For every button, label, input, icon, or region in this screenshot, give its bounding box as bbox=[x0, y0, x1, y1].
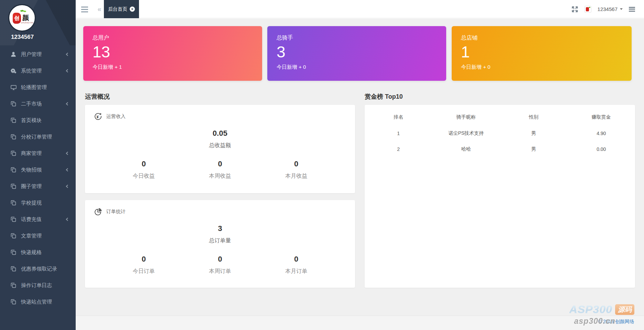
metric-value: 0 bbox=[182, 255, 258, 264]
sidebar-item-label: 轮播图管理 bbox=[21, 84, 47, 91]
sidebar-item-order-log[interactable]: 操作订单日志 bbox=[0, 277, 76, 294]
sidebar-item-circle-mgmt[interactable]: 圈子管理 bbox=[0, 178, 76, 195]
sidebar-item-label: 优惠券领取记录 bbox=[21, 266, 57, 272]
money-circle-icon: ¥ bbox=[94, 112, 102, 121]
orders-total-value: 3 bbox=[85, 224, 355, 233]
user-icon bbox=[10, 52, 17, 57]
watermark-domain: asp300.cn bbox=[574, 317, 615, 326]
sidebar-item-label: 系统管理 bbox=[21, 68, 42, 74]
income-total-label: 总收益额 bbox=[85, 142, 355, 149]
cell-nickname: 哈哈 bbox=[432, 141, 500, 157]
topbar-actions: 1234567 bbox=[571, 0, 644, 18]
watermark-brand-row: ASP300 源码 bbox=[569, 303, 634, 316]
stat-card-total-shops: 总店铺 1 今日新增 + 0 bbox=[452, 26, 632, 81]
metric-label: 本月收益 bbox=[258, 173, 334, 180]
sidebar-item-label: 用户管理 bbox=[21, 51, 42, 58]
chevron-left-icon bbox=[66, 53, 69, 56]
tabs-scroll-left-button[interactable]: « bbox=[94, 4, 105, 14]
copy-icon bbox=[10, 200, 17, 206]
sidebar-item-secondhand-market[interactable]: 二手市场 bbox=[0, 96, 76, 112]
chevron-left-icon bbox=[66, 69, 69, 73]
bounty-panel: 排名 骑手昵称 性别 赚取赏金 1 诺尘PS技术支持 男 4.90 2 bbox=[365, 105, 635, 288]
metric-value: 0 bbox=[106, 160, 182, 168]
brand-logo: 创 颜 CHUANGYAN bbox=[8, 4, 36, 32]
sidebar-item-label: 首页模块 bbox=[21, 117, 42, 124]
copy-icon bbox=[10, 167, 17, 173]
chevron-left-icon bbox=[66, 218, 69, 221]
bounty-table-header-row: 排名 骑手昵称 性别 赚取赏金 bbox=[365, 109, 635, 125]
metric-label: 今日收益 bbox=[106, 173, 182, 180]
table-row: 1 诺尘PS技术支持 男 4.90 bbox=[365, 125, 635, 141]
stat-subtext: 今日新增 + 0 bbox=[277, 64, 437, 70]
topbar: « 后台首页 × 1234567 bbox=[76, 0, 644, 18]
gears-icon bbox=[10, 68, 17, 74]
stat-card-total-riders: 总骑手 3 今日新增 + 0 bbox=[267, 26, 446, 81]
sidebar-item-label: 商家管理 bbox=[21, 150, 42, 157]
cell-bounty: 4.90 bbox=[568, 125, 635, 141]
copy-icon bbox=[10, 283, 17, 288]
metric-value: 0 bbox=[258, 255, 334, 264]
cell-bounty: 0.00 bbox=[568, 141, 635, 157]
sidebar-item-express-station[interactable]: 快递站点管理 bbox=[0, 294, 76, 310]
sidebar-item-branch-orders[interactable]: 分校订单管理 bbox=[0, 129, 76, 145]
sidebar-item-express-spec[interactable]: 快递规格 bbox=[0, 244, 76, 261]
income-total: 0.05 总收益额 bbox=[85, 129, 355, 149]
sidebar-item-carousel-mgmt[interactable]: 轮播图管理 bbox=[0, 79, 76, 96]
leaf-icon bbox=[23, 10, 26, 12]
main-content: 总用户 13 今日新增 + 1 总骑手 3 今日新增 + 0 总店铺 1 今日新… bbox=[76, 19, 644, 330]
stat-value: 13 bbox=[93, 43, 253, 61]
col-header-rank: 排名 bbox=[365, 109, 432, 125]
sidebar-toggle-button[interactable] bbox=[79, 5, 92, 14]
sidebar-item-phone-topup[interactable]: 话费充值 bbox=[0, 211, 76, 228]
stat-subtext: 今日新增 + 1 bbox=[93, 64, 253, 70]
sidebar-item-label: 学校提现 bbox=[21, 200, 42, 206]
operations-heading: 运营概况 bbox=[85, 92, 110, 101]
user-avatar[interactable] bbox=[584, 6, 591, 13]
sidebar-item-label: 话费充值 bbox=[21, 216, 42, 223]
message-list-icon[interactable] bbox=[629, 7, 635, 12]
sidebar-item-school-withdraw[interactable]: 学校提现 bbox=[0, 195, 76, 211]
sidebar-item-system-mgmt[interactable]: 系统管理 bbox=[0, 63, 76, 79]
copy-icon bbox=[10, 217, 17, 222]
sidebar-item-merchant-mgmt[interactable]: 商家管理 bbox=[0, 145, 76, 162]
sidebar-item-article-mgmt[interactable]: 文章管理 bbox=[0, 228, 76, 244]
orders-total: 3 总订单量 bbox=[85, 224, 355, 244]
income-total-value: 0.05 bbox=[85, 129, 355, 138]
chevron-left-icon bbox=[66, 185, 69, 188]
income-metrics: 0 今日收益 0 本周收益 0 本月收益 bbox=[85, 160, 355, 180]
col-header-gender: 性别 bbox=[500, 109, 568, 125]
col-header-bounty: 赚取赏金 bbox=[568, 109, 635, 125]
tab-dashboard-home[interactable]: 后台首页 × bbox=[104, 0, 139, 18]
sidebar-item-coupon-claims[interactable]: 优惠券领取记录 bbox=[0, 261, 76, 277]
metric-label: 本周收益 bbox=[182, 173, 258, 180]
chevron-down-icon bbox=[620, 8, 623, 10]
footer-area bbox=[76, 316, 644, 330]
orders-panel-label: 订单统计 bbox=[106, 209, 126, 215]
metric-week-orders: 0 本周订单 bbox=[182, 255, 258, 275]
admin-dashboard: 创 颜 CHUANGYAN 1234567 用户管理 bbox=[0, 0, 644, 330]
income-panel-label: 运营收入 bbox=[106, 113, 126, 120]
sidebar-item-label: 分校订单管理 bbox=[21, 134, 52, 140]
stat-title: 总店铺 bbox=[461, 34, 622, 42]
metric-month-orders: 0 本月订单 bbox=[258, 255, 334, 275]
tab-close-icon[interactable]: × bbox=[130, 7, 135, 12]
sidebar-item-user-mgmt[interactable]: 用户管理 bbox=[0, 46, 76, 63]
cell-gender: 男 bbox=[500, 141, 568, 157]
logo-subtext: CHUANGYAN bbox=[21, 22, 33, 24]
sidebar-item-lost-found[interactable]: 失物招领 bbox=[0, 162, 76, 178]
user-menu[interactable]: 1234567 bbox=[598, 6, 623, 12]
copy-icon bbox=[10, 134, 17, 140]
metric-week-income: 0 本周收益 bbox=[182, 160, 258, 180]
fullscreen-icon[interactable] bbox=[571, 6, 578, 13]
cell-gender: 男 bbox=[500, 125, 568, 141]
metric-label: 本周订单 bbox=[182, 268, 258, 275]
monitor-icon bbox=[10, 85, 17, 90]
stat-value: 1 bbox=[461, 43, 622, 61]
sidebar-item-home-modules[interactable]: 首页模块 bbox=[0, 112, 76, 129]
metric-label: 本月订单 bbox=[258, 268, 334, 275]
watermark-badge: 源码 bbox=[615, 304, 634, 315]
col-header-nickname: 骑手昵称 bbox=[432, 109, 500, 125]
copy-icon bbox=[10, 101, 17, 107]
tab-label: 后台首页 bbox=[108, 6, 127, 12]
orders-metrics: 0 今日订单 0 本周订单 0 本月订单 bbox=[85, 255, 355, 275]
